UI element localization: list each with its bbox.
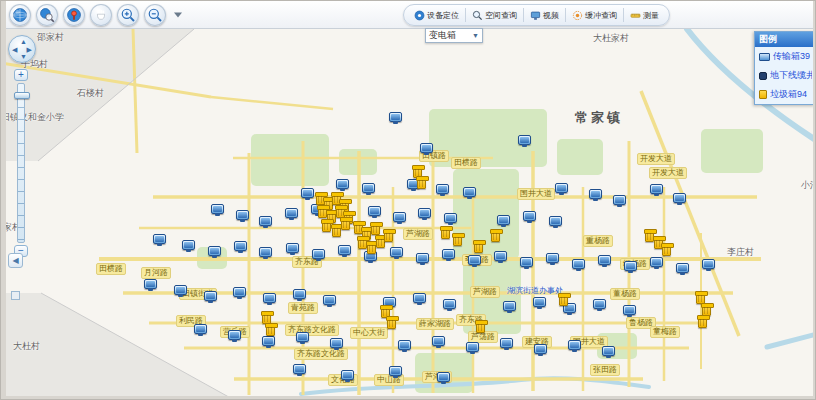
monitor-marker[interactable] bbox=[259, 247, 272, 257]
monitor-marker[interactable] bbox=[466, 342, 479, 352]
tool-zoom-in-button[interactable] bbox=[117, 4, 139, 26]
monitor-marker[interactable] bbox=[572, 259, 585, 269]
trash-bin-marker[interactable] bbox=[384, 231, 393, 242]
monitor-marker[interactable] bbox=[153, 234, 166, 244]
monitor-marker[interactable] bbox=[144, 279, 157, 289]
monitor-marker[interactable] bbox=[602, 346, 615, 356]
trash-bin-marker[interactable] bbox=[332, 226, 341, 237]
legend-item-cable[interactable]: 地下线缆井 bbox=[755, 66, 814, 85]
query-button-buffer[interactable]: 缓冲查询 bbox=[569, 8, 620, 23]
query-button-device[interactable]: 设备定位 bbox=[411, 8, 462, 23]
monitor-marker[interactable] bbox=[520, 257, 533, 267]
trash-bin-marker[interactable] bbox=[417, 178, 426, 189]
monitor-marker[interactable] bbox=[285, 208, 298, 218]
monitor-marker[interactable] bbox=[301, 188, 314, 198]
monitor-marker[interactable] bbox=[443, 299, 456, 309]
monitor-marker[interactable] bbox=[228, 330, 241, 340]
monitor-marker[interactable] bbox=[497, 215, 510, 225]
monitor-marker[interactable] bbox=[393, 212, 406, 222]
monitor-marker[interactable] bbox=[296, 332, 309, 342]
monitor-marker[interactable] bbox=[390, 247, 403, 257]
monitor-marker[interactable] bbox=[182, 240, 195, 250]
monitor-marker[interactable] bbox=[468, 255, 481, 265]
zoom-in-button[interactable]: + bbox=[14, 69, 28, 81]
trash-bin-marker[interactable] bbox=[266, 325, 275, 336]
monitor-marker[interactable] bbox=[263, 293, 276, 303]
trash-bin-marker[interactable] bbox=[698, 317, 707, 328]
query-button-search[interactable]: 空间查询 bbox=[469, 8, 520, 23]
monitor-marker[interactable] bbox=[233, 287, 246, 297]
monitor-marker[interactable] bbox=[211, 204, 224, 214]
pan-control[interactable]: ▲ ▼ ◀ ▶ bbox=[8, 35, 36, 63]
zoom-track[interactable] bbox=[17, 83, 25, 243]
monitor-marker[interactable] bbox=[259, 216, 272, 226]
monitor-marker[interactable] bbox=[650, 257, 663, 267]
monitor-marker[interactable] bbox=[463, 187, 476, 197]
trash-bin-marker[interactable] bbox=[341, 219, 350, 230]
monitor-marker[interactable] bbox=[624, 261, 637, 271]
monitor-marker[interactable] bbox=[208, 246, 221, 256]
trash-bin-marker[interactable] bbox=[453, 235, 462, 246]
monitor-marker[interactable] bbox=[293, 289, 306, 299]
tool-full-extent-button[interactable] bbox=[9, 4, 31, 26]
map-canvas[interactable]: 邵家村于坞村石楼村田镇义和金小学家村大杜家村李庄村大杜村小清常家镇湖滨街道办事处… bbox=[1, 1, 815, 399]
monitor-marker[interactable] bbox=[413, 293, 426, 303]
monitor-marker[interactable] bbox=[442, 249, 455, 259]
device-type-dropdown[interactable]: 变电箱 ▼ bbox=[425, 28, 483, 43]
trash-bin-marker[interactable] bbox=[491, 231, 500, 242]
pan-left-icon[interactable]: ◀ bbox=[12, 46, 17, 53]
monitor-marker[interactable] bbox=[293, 364, 306, 374]
monitor-marker[interactable] bbox=[568, 340, 581, 350]
monitor-marker[interactable] bbox=[598, 255, 611, 265]
previous-extent-button[interactable]: ◀ bbox=[8, 253, 23, 268]
monitor-marker[interactable] bbox=[533, 297, 546, 307]
monitor-marker[interactable] bbox=[444, 213, 457, 223]
monitor-marker[interactable] bbox=[330, 338, 343, 348]
monitor-marker[interactable] bbox=[436, 184, 449, 194]
monitor-marker[interactable] bbox=[262, 336, 275, 346]
trash-bin-marker[interactable] bbox=[474, 242, 483, 253]
monitor-marker[interactable] bbox=[534, 344, 547, 354]
monitor-marker[interactable] bbox=[338, 245, 351, 255]
monitor-marker[interactable] bbox=[312, 249, 325, 259]
monitor-marker[interactable] bbox=[500, 338, 513, 348]
zoom-handle[interactable] bbox=[14, 92, 30, 99]
monitor-marker[interactable] bbox=[194, 324, 207, 334]
legend-header[interactable]: 图例 bbox=[755, 32, 814, 47]
trash-bin-marker[interactable] bbox=[367, 243, 376, 254]
trash-bin-marker[interactable] bbox=[441, 228, 450, 239]
monitor-marker[interactable] bbox=[589, 189, 602, 199]
trash-bin-marker[interactable] bbox=[322, 221, 331, 232]
monitor-marker[interactable] bbox=[341, 370, 354, 380]
monitor-marker[interactable] bbox=[286, 243, 299, 253]
tool-pan-button[interactable] bbox=[90, 4, 112, 26]
monitor-marker[interactable] bbox=[389, 112, 402, 122]
monitor-marker[interactable] bbox=[323, 295, 336, 305]
monitor-marker[interactable] bbox=[174, 285, 187, 295]
monitor-marker[interactable] bbox=[613, 195, 626, 205]
monitor-marker[interactable] bbox=[676, 263, 689, 273]
pan-down-icon[interactable]: ▼ bbox=[20, 53, 27, 60]
query-button-video[interactable]: 视频 bbox=[527, 8, 562, 23]
monitor-marker[interactable] bbox=[236, 210, 249, 220]
monitor-marker[interactable] bbox=[702, 259, 715, 269]
trash-bin-marker[interactable] bbox=[559, 295, 568, 306]
monitor-marker[interactable] bbox=[336, 179, 349, 189]
trash-bin-marker[interactable] bbox=[476, 322, 485, 333]
monitor-marker[interactable] bbox=[546, 253, 559, 263]
monitor-marker[interactable] bbox=[389, 366, 402, 376]
trash-bin-marker[interactable] bbox=[387, 318, 396, 329]
monitor-marker[interactable] bbox=[234, 241, 247, 251]
monitor-marker[interactable] bbox=[418, 208, 431, 218]
pan-up-icon[interactable]: ▲ bbox=[20, 38, 27, 45]
overview-toggle-button[interactable] bbox=[11, 291, 20, 300]
monitor-marker[interactable] bbox=[650, 184, 663, 194]
monitor-marker[interactable] bbox=[523, 211, 536, 221]
monitor-marker[interactable] bbox=[518, 135, 531, 145]
tool-more-button[interactable] bbox=[171, 8, 185, 22]
monitor-marker[interactable] bbox=[398, 340, 411, 350]
query-button-measure[interactable]: 测量 bbox=[627, 8, 662, 23]
legend-item-monitor[interactable]: 传输箱39 bbox=[755, 47, 814, 66]
monitor-marker[interactable] bbox=[555, 183, 568, 193]
monitor-marker[interactable] bbox=[204, 291, 217, 301]
